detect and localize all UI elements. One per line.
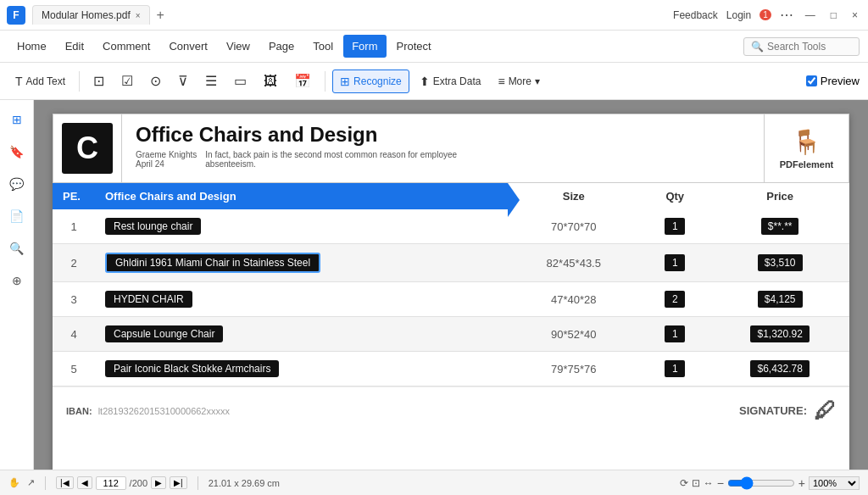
add-tab-button[interactable]: + xyxy=(153,8,168,23)
menu-edit[interactable]: Edit xyxy=(57,35,92,58)
extra-data-icon: ⬆ xyxy=(420,75,430,88)
hand-tool-icon[interactable]: ✋ xyxy=(8,477,20,488)
sidebar-panels[interactable]: ⊞ xyxy=(4,107,30,132)
radio-button[interactable]: ⊙ xyxy=(143,69,168,93)
minimize-button[interactable]: — xyxy=(802,9,819,21)
close-tab-button[interactable]: × xyxy=(136,11,141,20)
sidebar-comments[interactable]: 💬 xyxy=(4,171,30,197)
row-price: $1,320.92 xyxy=(710,317,849,352)
combobox-button[interactable]: ⊽ xyxy=(171,69,195,93)
chair-icon: 🪑 xyxy=(792,128,821,156)
recognize-icon: ⊞ xyxy=(340,75,350,88)
feedback-label[interactable]: Feedback xyxy=(673,9,718,21)
bottom-sep-2 xyxy=(198,476,198,490)
zoom-in-button[interactable]: + xyxy=(798,476,805,490)
prev-page-button[interactable]: ◀ xyxy=(77,476,92,489)
zoom-select[interactable]: 100% 75% 150% 200% xyxy=(809,476,860,490)
toolbar-sep-2 xyxy=(325,71,326,92)
extra-data-label: Extra Data xyxy=(433,75,481,87)
login-label[interactable]: Login xyxy=(726,9,751,21)
menu-comment[interactable]: Comment xyxy=(94,35,159,58)
checkbox-button[interactable]: ☑ xyxy=(114,69,140,93)
maximize-button[interactable]: □ xyxy=(827,9,840,21)
last-page-button[interactable]: ▶| xyxy=(170,476,187,489)
rotate-icon[interactable]: ⟳ xyxy=(680,477,688,489)
author-date: Graeme Knights April 24 xyxy=(136,150,197,169)
total-pages-label: /200 xyxy=(130,478,147,488)
row-num: 4 xyxy=(53,317,95,352)
recognize-button[interactable]: ⊞ Recognize xyxy=(332,70,409,93)
sidebar-pages[interactable]: 📄 xyxy=(4,203,30,229)
brand-name: PDFelement xyxy=(780,159,834,170)
row-name: Capsule Lounge Chair xyxy=(95,317,508,352)
sidebar-search[interactable]: 🔍 xyxy=(4,236,30,261)
date-field-icon: 📅 xyxy=(294,73,311,89)
row-size: 90*52*40 xyxy=(508,317,639,352)
file-tab[interactable]: Modular Homes.pdf × xyxy=(32,5,150,25)
signature-area: SIGNATURE: 🖊 xyxy=(739,398,836,424)
pdf-header-right: 🪑 PDFelement xyxy=(764,114,849,182)
add-text-button[interactable]: T Add Text xyxy=(8,70,72,92)
qty-badge: 1 xyxy=(665,218,685,235)
price-badge: $**.** xyxy=(761,218,799,235)
signature-label: SIGNATURE: xyxy=(739,404,807,417)
fit-page-icon[interactable]: ⊡ xyxy=(692,477,700,489)
menu-home[interactable]: Home xyxy=(8,35,55,58)
button-field-button[interactable]: ▭ xyxy=(227,69,253,93)
row-num: 1 xyxy=(53,209,95,244)
zoom-slider[interactable] xyxy=(727,476,795,490)
row-qty: 1 xyxy=(639,317,710,352)
company-logo: C xyxy=(62,123,113,174)
table-row: 4 Capsule Lounge Chair 90*52*40 1 $1,320… xyxy=(53,317,849,352)
menu-tool[interactable]: Tool xyxy=(304,35,342,58)
preview-checkbox[interactable] xyxy=(806,75,817,86)
fit-width-icon[interactable]: ↔ xyxy=(704,477,714,489)
search-tools-container: 🔍 xyxy=(743,37,860,56)
next-page-button[interactable]: ▶ xyxy=(151,476,166,489)
item-badge: Pair Iconic Black Stokke Armchairs xyxy=(105,360,279,377)
table-row: 2 Ghldini 1961 Miami Chair in Stainless … xyxy=(53,244,849,282)
extra-data-button[interactable]: ⬆ Extra Data xyxy=(413,70,488,92)
preview-label: Preview xyxy=(821,75,860,87)
row-size: 47*40*28 xyxy=(508,282,639,317)
image-field-button[interactable]: 🖼 xyxy=(257,70,284,93)
textfield-button[interactable]: ⊡ xyxy=(86,69,111,93)
row-name: Pair Iconic Black Stokke Armchairs xyxy=(95,352,508,387)
close-window-button[interactable]: × xyxy=(849,9,861,21)
row-price: $4,125 xyxy=(710,282,849,317)
menu-view[interactable]: View xyxy=(218,35,259,58)
sidebar-layers[interactable]: ⊕ xyxy=(4,268,30,293)
item-badge: Ghldini 1961 Miami Chair in Stainless St… xyxy=(105,253,320,273)
tab-label: Modular Homes.pdf xyxy=(42,9,131,21)
menu-page[interactable]: Page xyxy=(260,35,303,58)
toolbar-sep-1 xyxy=(79,71,80,92)
zoom-out-button[interactable]: − xyxy=(717,476,724,490)
iban-label: IBAN: xyxy=(66,406,92,416)
menu-protect[interactable]: Protect xyxy=(388,35,440,58)
signature-image: 🖊 xyxy=(814,398,836,424)
row-num: 2 xyxy=(53,244,95,282)
more-options-icon[interactable]: ⋯ xyxy=(780,7,793,23)
menu-form[interactable]: Form xyxy=(343,35,386,58)
listbox-button[interactable]: ☰ xyxy=(198,69,224,93)
search-tools-input[interactable] xyxy=(767,41,852,53)
more-chevron-icon: ▾ xyxy=(535,75,540,87)
price-badge: $1,320.92 xyxy=(750,325,809,342)
select-tool-icon[interactable]: ↗ xyxy=(27,477,35,488)
more-button[interactable]: ≡ More ▾ xyxy=(491,70,547,92)
col-header-price: Price xyxy=(710,183,849,209)
menu-convert[interactable]: Convert xyxy=(160,35,216,58)
table-body: 1 Rest lounge chair 70*70*70 1 $**.** 2 … xyxy=(53,209,849,387)
preview-container: Preview xyxy=(806,75,860,87)
sidebar-bookmarks[interactable]: 🔖 xyxy=(4,139,30,164)
radio-icon: ⊙ xyxy=(150,73,161,89)
document-description: In fact, back pain is the second most co… xyxy=(205,150,459,169)
row-price: $6,432.78 xyxy=(710,352,849,387)
page-number-input[interactable] xyxy=(96,476,126,490)
first-page-button[interactable]: |◀ xyxy=(56,476,74,489)
col-header-num: PE. xyxy=(53,183,95,209)
date-field-button[interactable]: 📅 xyxy=(287,69,318,93)
checkbox-icon: ☑ xyxy=(121,73,133,89)
author-name: Graeme Knights xyxy=(136,150,197,159)
qty-badge: 1 xyxy=(665,360,685,377)
